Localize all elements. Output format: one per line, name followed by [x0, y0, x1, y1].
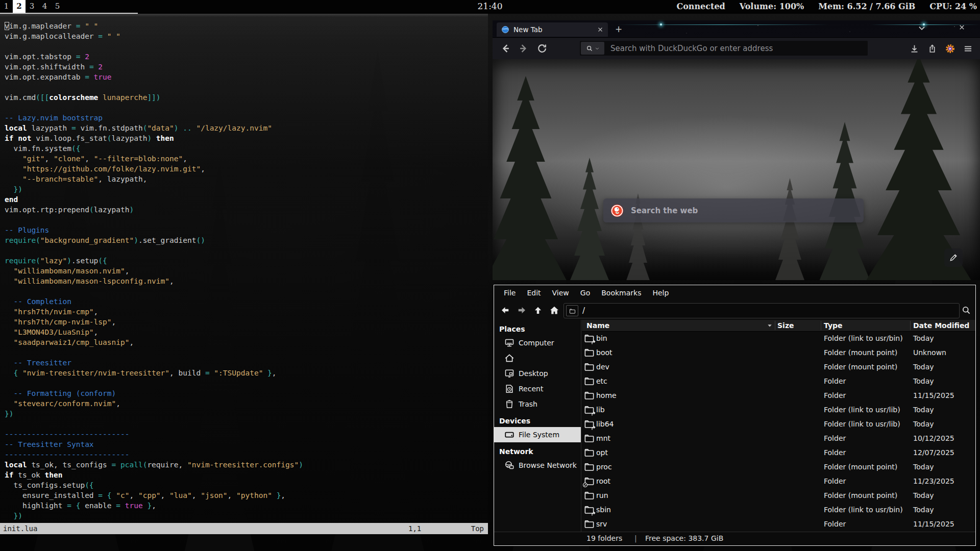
column-header-type[interactable]: Type	[824, 320, 843, 331]
export-page-icon[interactable]	[927, 44, 937, 54]
up-button[interactable]	[533, 305, 543, 315]
sidebar-item-label: File System	[519, 431, 559, 439]
scene-tree	[493, 76, 579, 280]
desktop-icon	[504, 368, 514, 379]
file-row-proc[interactable]: procFolder (mount point)Today	[582, 460, 975, 474]
status-item: Connected	[676, 2, 725, 11]
code-line: "williamboman/mason.nvim",	[5, 266, 486, 276]
file-row-etc[interactable]: etcFolderToday	[582, 374, 975, 388]
file-row-bin[interactable]: binFolder (link to usr/bin)Today	[582, 331, 975, 345]
sidebar-item-trash[interactable]: Trash	[494, 396, 581, 412]
file-name: mnt	[596, 431, 610, 445]
sidebar-item-computer[interactable]: Computer	[494, 335, 581, 350]
column-header-name[interactable]: Name	[586, 320, 609, 331]
menu-go[interactable]: Go	[575, 285, 596, 300]
folder-icon	[584, 490, 595, 500]
code-line: if ts_ok then	[5, 470, 486, 480]
downloads-icon[interactable]	[910, 44, 919, 54]
home-button[interactable]	[549, 305, 559, 315]
file-date-modified: Today	[913, 403, 934, 417]
sidebar-item-desktop[interactable]: Desktop	[494, 366, 581, 381]
folder-icon	[584, 461, 595, 472]
file-type: Folder	[824, 474, 846, 488]
editor-buffer[interactable]: vim.g.mapleader = " "vim.g.maplocalleade…	[5, 21, 486, 522]
file-type: Folder	[824, 431, 846, 445]
window-close-icon[interactable]	[958, 23, 966, 31]
code-line: })	[5, 409, 486, 419]
folder-icon	[584, 404, 595, 415]
file-row-lib[interactable]: libFolder (link to usr/lib)Today	[582, 403, 975, 417]
reload-button[interactable]	[536, 43, 548, 54]
statusline-filename: init.lua	[3, 523, 37, 534]
edit-wallpaper-button[interactable]	[944, 248, 963, 267]
menu-file[interactable]: File	[498, 285, 521, 300]
sidebar-item-home[interactable]	[494, 350, 581, 366]
file-row-dev[interactable]: devFolder (mount point)Today	[582, 360, 975, 374]
file-row-sbin[interactable]: sbinFolder (link to usr/bin)Today	[582, 503, 975, 517]
file-row-opt[interactable]: optFolder12/07/2025	[582, 445, 975, 460]
code-line: { "nvim-treesitter/nvim-treesitter", bui…	[5, 368, 486, 378]
folder-icon	[584, 518, 595, 529]
column-header-size[interactable]: Size	[777, 320, 794, 331]
file-row-mnt[interactable]: mntFolder10/12/2025	[582, 431, 975, 445]
file-name: dev	[596, 360, 609, 374]
column-header-date-modified[interactable]: Date Modified	[913, 320, 969, 331]
file-manager-window[interactable]: FileEditViewGoBookmarksHelp / PlacesComp…	[494, 285, 976, 546]
code-line: local ts_ok, ts_configs = pcall(require,…	[5, 460, 486, 470]
code-line	[5, 378, 486, 388]
forward-button[interactable]	[518, 43, 529, 54]
search-icon[interactable]	[961, 305, 971, 315]
file-type: Folder (mount point)	[824, 460, 897, 474]
code-line: "stevearc/conform.nvim",	[5, 398, 486, 409]
web-search-box[interactable]: Search the web	[603, 198, 864, 222]
file-date-modified: Today	[913, 503, 934, 517]
tab-list-chevron-icon[interactable]	[917, 23, 926, 33]
terminal-window[interactable]: vim.g.mapleader = " "vim.g.maplocalleade…	[0, 14, 488, 534]
back-button[interactable]	[500, 43, 511, 54]
code-line: ----------------------------	[5, 429, 486, 439]
browser-tab[interactable]: New Tab	[497, 22, 608, 37]
file-list: NameSizeTypeDate Modified binFolder (lin…	[582, 320, 975, 532]
network-icon	[504, 460, 514, 470]
sidebar-item-file-system[interactable]: File System	[494, 427, 581, 442]
file-row-home[interactable]: homeFolder11/15/2025	[582, 388, 975, 403]
menu-edit[interactable]: Edit	[521, 285, 546, 300]
file-row-root[interactable]: rootFolder11/23/2025	[582, 474, 975, 488]
menu-help[interactable]: Help	[647, 285, 674, 300]
sidebar-item-label: Browse Network	[519, 461, 577, 469]
code-line: })	[5, 184, 486, 194]
sidebar-item-browse-network[interactable]: Browse Network	[494, 458, 581, 473]
menu-view[interactable]: View	[547, 285, 575, 300]
file-date-modified: Today	[913, 417, 934, 431]
browser-window[interactable]: New Tab + Search with DuckDuckGo or ente…	[493, 20, 980, 280]
new-tab-button[interactable]: +	[613, 23, 624, 35]
star-sparkle	[660, 23, 662, 26]
back-button[interactable]	[500, 305, 510, 315]
path-bar[interactable]: /	[564, 303, 960, 318]
file-type: Folder	[824, 445, 846, 460]
sort-indicator-icon	[766, 321, 774, 330]
file-row-run[interactable]: runFolder (mount point)Today	[582, 488, 975, 503]
menu-hamburger-icon[interactable]	[963, 44, 973, 54]
file-row-lib64[interactable]: lib64Folder (link to usr/lib)Today	[582, 417, 975, 431]
file-row-boot[interactable]: bootFolder (mount point)Unknown	[582, 345, 975, 360]
file-name: run	[596, 488, 608, 503]
tab-close-icon[interactable]	[597, 26, 604, 33]
file-manager-menubar: FileEditViewGoBookmarksHelp	[494, 285, 979, 300]
web-search-placeholder: Search the web	[631, 206, 698, 215]
file-row-srv[interactable]: srvFolder11/15/2025	[582, 517, 975, 531]
path-mode-toggle[interactable]	[566, 305, 578, 316]
folder-icon	[584, 447, 595, 458]
code-line: vim.opt.expandtab = true	[5, 72, 486, 82]
menu-bookmarks[interactable]: Bookmarks	[596, 285, 647, 300]
sidebar-item-recent[interactable]: Recent	[494, 381, 581, 396]
folder-icon	[584, 375, 595, 386]
code-line	[5, 103, 486, 113]
search-engine-chip[interactable]	[581, 42, 604, 55]
vim-statusline: init.lua 1,1 Top	[0, 523, 488, 534]
extension-gear-icon[interactable]	[945, 44, 955, 54]
url-bar[interactable]: Search with DuckDuckGo or enter address	[580, 41, 868, 56]
forward-button[interactable]	[517, 305, 527, 315]
code-line: require("lazy").setup({	[5, 256, 486, 266]
code-line	[5, 419, 486, 429]
